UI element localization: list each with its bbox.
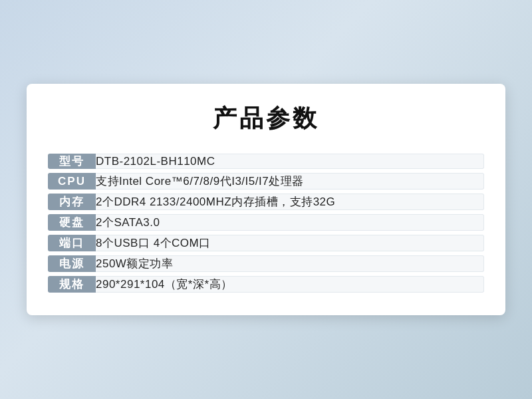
table-row: 电源250W额定功率 xyxy=(48,255,484,272)
spec-value: 290*291*104（宽*深*高） xyxy=(96,276,484,293)
table-row: 硬盘2个SATA3.0 xyxy=(48,214,484,231)
spec-label: 型号 xyxy=(48,154,96,169)
spec-label: 硬盘 xyxy=(48,214,96,231)
spec-label: CPU xyxy=(48,173,96,190)
product-spec-card: 产品参数 型号DTB-2102L-BH110MCCPU支持Intel Core™… xyxy=(27,84,505,315)
spec-table: 型号DTB-2102L-BH110MCCPU支持Intel Core™6/7/8… xyxy=(48,150,484,297)
page-title: 产品参数 xyxy=(48,102,484,135)
spec-label: 内存 xyxy=(48,194,96,210)
table-row: 端口8个USB口 4个COM口 xyxy=(48,235,484,251)
spec-value: 8个USB口 4个COM口 xyxy=(96,235,484,251)
spec-value: 支持Intel Core™6/7/8/9代I3/I5/I7处理器 xyxy=(96,173,484,190)
table-row: CPU支持Intel Core™6/7/8/9代I3/I5/I7处理器 xyxy=(48,173,484,190)
spec-value: DTB-2102L-BH110MC xyxy=(96,154,484,169)
table-row: 内存2个DDR4 2133/2400MHZ内存插槽，支持32G xyxy=(48,194,484,210)
spec-value: 2个DDR4 2133/2400MHZ内存插槽，支持32G xyxy=(96,194,484,210)
spec-value: 2个SATA3.0 xyxy=(96,214,484,231)
spec-label: 电源 xyxy=(48,255,96,272)
table-row: 规格290*291*104（宽*深*高） xyxy=(48,276,484,293)
spec-label: 规格 xyxy=(48,276,96,293)
spec-label: 端口 xyxy=(48,235,96,251)
table-row: 型号DTB-2102L-BH110MC xyxy=(48,154,484,169)
spec-value: 250W额定功率 xyxy=(96,255,484,272)
